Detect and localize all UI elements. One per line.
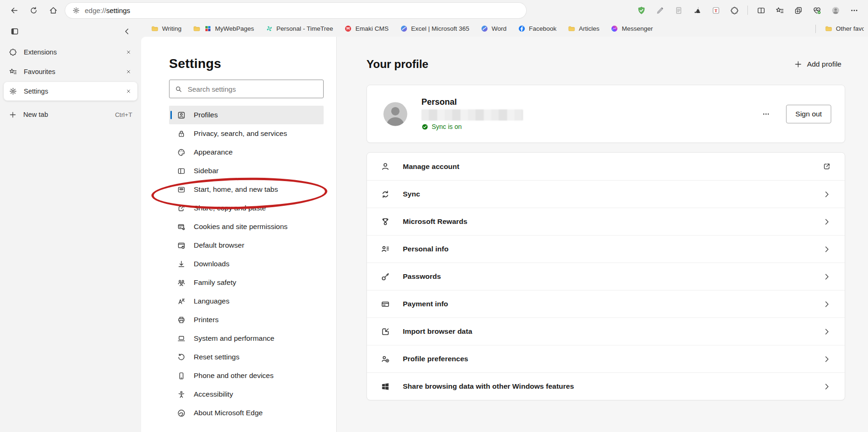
row-profile-preferences[interactable]: Profile preferences [367, 345, 845, 372]
disabled-extension-button[interactable] [670, 2, 687, 18]
settings-search-input[interactable] [187, 85, 318, 94]
nav-item-system-and-performance[interactable]: System and performance [169, 329, 324, 348]
nav-item-about-microsoft-edge[interactable]: About Microsoft Edge [169, 404, 324, 422]
nav-item-default-browser[interactable]: Default browser [169, 236, 324, 255]
close-tab-button[interactable] [122, 85, 135, 97]
nav-item-downloads[interactable]: Downloads [169, 255, 324, 273]
nav-item-profiles[interactable]: Profiles [169, 106, 324, 124]
settings-menu-button[interactable] [846, 2, 862, 18]
address-bar[interactable]: edge://settings [65, 3, 526, 18]
bookmark-emaki-cms[interactable]: Emaki CMS [340, 22, 393, 35]
nav-item-label: Default browser [194, 241, 244, 250]
close-tab-button[interactable] [122, 66, 135, 78]
profile-more-button[interactable] [758, 107, 774, 121]
add-profile-label: Add profile [807, 60, 841, 68]
rabbit-extension-button[interactable] [689, 2, 705, 18]
new-tab-shortcut: Ctrl+T [115, 111, 132, 118]
bookmark-messenger[interactable]: Messenger [606, 22, 657, 35]
row-manage-account[interactable]: Manage account [367, 153, 845, 180]
tab-list: ExtensionsFavouritesSettings [0, 42, 141, 101]
nav-item-label: Sidebar [194, 167, 218, 175]
browser-essentials-button[interactable] [808, 2, 825, 18]
tab-extensions[interactable]: Extensions [4, 43, 137, 61]
nav-item-start-home-and-new-tabs[interactable]: Start, home, and new tabs [169, 180, 324, 199]
profile-meta: Personal Sync is on [421, 97, 523, 130]
row-label: Sync [403, 190, 420, 198]
bookmark-word[interactable]: Word [476, 22, 511, 35]
nav-item-family-safety[interactable]: Family safety [169, 273, 324, 292]
back-button[interactable] [6, 2, 22, 18]
pen-icon [656, 6, 665, 15]
page-title: Your profile [366, 58, 428, 71]
nav-item-label: Appearance [194, 148, 233, 156]
favourites-button[interactable] [771, 2, 788, 18]
bookmark-writing[interactable]: Writing [147, 22, 186, 35]
bookmark-label: Other favourites [836, 25, 864, 32]
row-label: Share browsing data with other Windows f… [403, 382, 574, 391]
gear-icon [72, 7, 80, 14]
bookmark-articles[interactable]: Articles [563, 22, 604, 35]
nav-item-cookies-and-site-permissions[interactable]: Cookies and site permissions [169, 217, 324, 236]
refresh-button[interactable] [25, 2, 42, 18]
t-extension-button[interactable]: T [707, 2, 724, 18]
tab-settings[interactable]: Settings [4, 82, 137, 101]
system-icon [177, 334, 186, 343]
nav-item-printers[interactable]: Printers [169, 310, 324, 329]
bookmark-excel-microsoft-365[interactable]: Excel | Microsoft 365 [396, 22, 474, 35]
profile-button[interactable] [827, 2, 844, 18]
downloads-icon [177, 260, 186, 269]
collapse-sidebar-button[interactable] [120, 24, 134, 38]
highlighter-extension-button[interactable] [651, 2, 668, 18]
nav-item-languages[interactable]: Languages [169, 292, 324, 310]
plus-icon [794, 60, 802, 68]
add-profile-button[interactable]: Add profile [790, 57, 845, 71]
folder-icon [825, 25, 833, 33]
bookmark-personal-timetree[interactable]: Personal - TimeTree [261, 22, 338, 35]
nav-item-label: Printers [194, 316, 218, 324]
tab-actions-button[interactable] [7, 24, 21, 38]
nav-item-label: Cookies and site permissions [194, 223, 288, 231]
nav-item-label: Reset settings [194, 353, 239, 361]
nav-item-appearance[interactable]: Appearance [169, 143, 324, 162]
collections-button[interactable] [790, 2, 807, 18]
tab-favourites[interactable]: Favourites [4, 62, 137, 81]
nav-item-privacy-search-and-services[interactable]: Privacy, search, and services [169, 124, 324, 143]
settings-nav: Settings ProfilesPrivacy, search, and se… [141, 37, 337, 432]
adguard-extension-button[interactable] [633, 2, 650, 18]
import-icon [380, 327, 390, 337]
settings-search[interactable] [169, 80, 324, 98]
personal-info-icon [380, 244, 390, 254]
profile-name: Personal [421, 97, 523, 107]
sign-out-button[interactable]: Sign out [786, 105, 831, 123]
bookmark-facebook[interactable]: Facebook [514, 22, 561, 35]
privacy-icon [177, 129, 186, 138]
toolbar-divider [747, 6, 748, 15]
new-tab-label: New tab [23, 111, 48, 118]
avatar-icon [380, 99, 410, 129]
nav-item-reset-settings[interactable]: Reset settings [169, 348, 324, 366]
bookmark-mywebpages[interactable]: MyWebPages [189, 22, 258, 35]
start-home-icon [177, 185, 186, 194]
new-tab-button[interactable]: New tab Ctrl+T [4, 105, 137, 124]
home-button[interactable] [45, 2, 61, 18]
puzzle-icon [9, 48, 17, 56]
nav-item-phone-and-other-devices[interactable]: Phone and other devices [169, 366, 324, 385]
row-label: Import browser data [403, 327, 472, 336]
nav-item-share-copy-and-paste[interactable]: Share, copy and paste [169, 199, 324, 217]
bookmark-label: Writing [162, 25, 182, 32]
nav-item-accessibility[interactable]: Accessibility [169, 385, 324, 404]
extensions-button[interactable] [726, 2, 743, 18]
row-microsoft-rewards[interactable]: Microsoft Rewards [367, 208, 845, 235]
nav-item-sidebar[interactable]: Sidebar [169, 162, 324, 180]
split-screen-button[interactable] [753, 2, 769, 18]
row-share-browsing-data-with-other-windows-features[interactable]: Share browsing data with other Windows f… [367, 372, 845, 400]
row-personal-info[interactable]: Personal info [367, 235, 845, 263]
row-passwords[interactable]: Passwords [367, 263, 845, 290]
sync-status: Sync is on [421, 123, 523, 130]
row-sync[interactable]: Sync [367, 180, 845, 208]
row-import-browser-data[interactable]: Import browser data [367, 317, 845, 345]
bookmark-other-favourites[interactable]: Other favourites [821, 22, 868, 35]
cookies-icon [177, 223, 186, 231]
row-payment-info[interactable]: Payment info [367, 290, 845, 317]
close-tab-button[interactable] [122, 46, 135, 58]
